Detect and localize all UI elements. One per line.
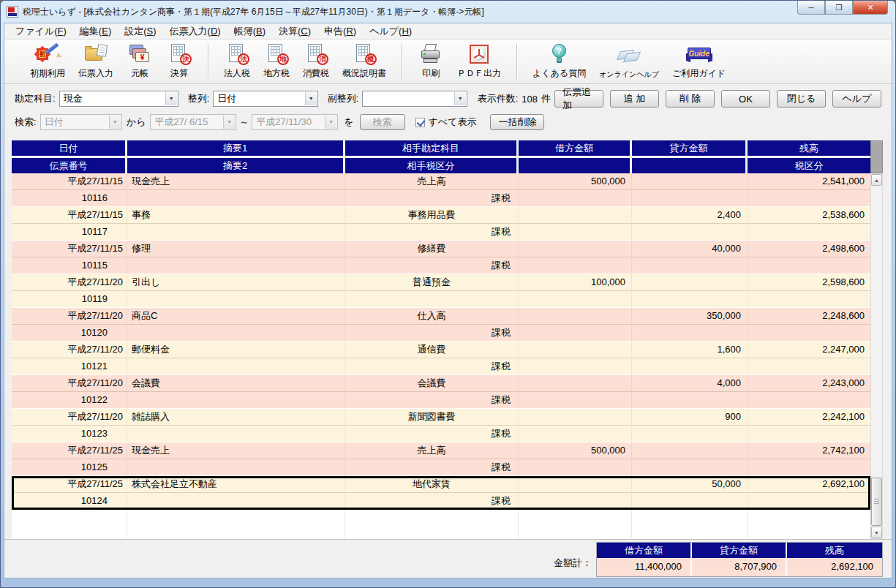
totals-label: 金額計： <box>554 557 596 578</box>
add-button[interactable]: 追 加 <box>610 90 659 108</box>
close-button[interactable]: 閉じる <box>777 90 826 108</box>
header-cell: 相手勘定科目 <box>345 140 516 156</box>
toolbar-local-tax-button[interactable]: 地地方税 <box>257 39 296 83</box>
menu-file[interactable]: ファイル(F) <box>9 23 73 39</box>
cell-credit <box>632 274 748 291</box>
toolbar-online-help-button[interactable]: オンラインヘルプ <box>592 39 666 83</box>
menu-help[interactable]: ヘルプ(H) <box>363 23 418 39</box>
ledger-icon: ¥ <box>127 42 153 65</box>
help-button[interactable]: ヘルプ <box>832 90 881 108</box>
cell-debit <box>519 241 632 257</box>
cell-slip-no: 10125 <box>12 459 127 476</box>
search-label: 検索: <box>15 116 37 129</box>
toolbar-slip-entry-button[interactable]: 伝票入力 <box>72 39 120 83</box>
chevron-down-icon[interactable]: ▼ <box>165 92 177 105</box>
ledger-row[interactable]: 平成27/11/20 商品C 仕入高 350,000 2,248,600 101… <box>12 308 870 342</box>
cell-summary1: 郵便料金 <box>127 342 345 358</box>
slip-add-button[interactable]: 伝票追加 <box>554 90 603 108</box>
search-field-select[interactable]: 日付▼ <box>40 114 122 130</box>
ledger-row[interactable]: 平成27/11/25 株式会社足立不動産 地代家賃 50,000 2,692,1… <box>12 476 870 510</box>
cell-summary2 <box>127 493 345 510</box>
doc-stamp-icon: 法 <box>224 42 250 65</box>
ledger-row[interactable]: 平成27/11/20 引出し 普通預金 100,000 2,598,600 10… <box>12 274 870 308</box>
ok-button[interactable]: OK <box>721 90 770 108</box>
menu-books[interactable]: 帳簿(B) <box>227 23 272 39</box>
ledger-header: 日付摘要1相手勘定科目借方金額貸方金額残高 伝票番号摘要2相手税区分税区分 <box>12 140 870 176</box>
cell-tax-class: 課税 <box>345 257 519 274</box>
close-button[interactable]: ✕ <box>853 1 888 15</box>
header-cell <box>632 158 745 173</box>
account-label: 勘定科目: <box>15 92 56 105</box>
scroll-up-icon[interactable]: ▲ <box>871 174 882 186</box>
menu-settings[interactable]: 設定(S) <box>118 23 162 39</box>
sort-select[interactable]: 日付▼ <box>213 91 317 107</box>
maximize-button[interactable]: ❐ <box>825 1 853 15</box>
toolbar-faq-button[interactable]: ?よくある質問 <box>526 39 592 83</box>
cell-debit <box>519 342 632 358</box>
header-cell: 日付 <box>12 140 125 156</box>
show-all-checkbox[interactable] <box>415 118 425 127</box>
scrollbar-thumb[interactable] <box>871 478 882 526</box>
toolbar-initial-use-button[interactable]: 初初期利用 <box>23 39 72 83</box>
toolbar-separator <box>516 44 517 79</box>
toolbar-user-guide-button[interactable]: Guideご利用ガイド <box>666 39 732 83</box>
scrollbar-corner <box>870 140 883 173</box>
chevron-down-icon[interactable]: ▼ <box>305 92 317 105</box>
toolbar-pdf-output-button[interactable]: ＰＤＦ出力 <box>451 39 508 83</box>
menu-edit[interactable]: 編集(E) <box>73 23 118 39</box>
subsort-select[interactable]: ▼ <box>362 91 467 107</box>
toolbar-settlement-button[interactable]: 決決算 <box>159 39 199 83</box>
cell-tax-class: 課税 <box>345 190 519 207</box>
delete-button[interactable]: 削 除 <box>666 90 715 108</box>
vertical-scrollbar[interactable]: ▲ ▼ <box>870 173 883 539</box>
app-window: 税理士いらず - [株式会社カンタン商事・第１期(平成27年 6月15日～平成2… <box>0 0 896 588</box>
cell-date: 平成27/11/25 <box>12 476 127 493</box>
bulk-delete-button[interactable]: 一括削除 <box>490 114 544 130</box>
search-button[interactable]: 検索 <box>360 114 405 130</box>
date-to-select[interactable]: 平成27/11/30▼ <box>252 114 338 130</box>
totals-header-cell: 残高 <box>787 543 882 558</box>
guide-icon: Guide <box>686 42 712 65</box>
header-cell: 貸方金額 <box>632 140 745 156</box>
cell-summary2 <box>127 459 345 476</box>
cell-summary1: 修理 <box>127 241 345 257</box>
ledger-row[interactable]: 平成27/11/15 修理 修繕費 40,000 2,498,600 10115… <box>12 241 870 274</box>
empty-cell <box>345 510 519 538</box>
cell-slip-no: 10117 <box>12 224 127 241</box>
minimize-button[interactable]: ─ <box>797 1 825 15</box>
client-area: ファイル(F)編集(E)設定(S)伝票入力(D)帳簿(B)決算(C)申告(R)ヘ… <box>4 23 892 578</box>
toolbar-corporate-tax-button[interactable]: 法法人税 <box>217 39 257 83</box>
ledger-row[interactable]: 平成27/11/15 現金売上 売上高 500,000 2,541,000 10… <box>12 173 870 207</box>
toolbar-consumption-tax-button[interactable]: 消消費税 <box>296 39 336 83</box>
toolbar-label: 印刷 <box>422 67 440 80</box>
totals-value-cell: 11,400,000 <box>597 558 692 576</box>
cell-account: 売上高 <box>345 173 519 190</box>
empty-cell <box>519 510 632 538</box>
scroll-down-icon[interactable]: ▼ <box>871 527 882 538</box>
menu-slip-entry[interactable]: 伝票入力(D) <box>163 23 227 39</box>
cell-summary1: 現金売上 <box>127 173 345 190</box>
cell-balance: 2,692,100 <box>748 476 870 493</box>
ledger-row[interactable]: 平成27/11/15 事務 事務用品費 2,400 2,538,600 1011… <box>12 207 870 241</box>
cell-credit: 40,000 <box>632 241 748 257</box>
cell-tax-class <box>345 291 519 308</box>
toolbar-ledger-button[interactable]: ¥元帳 <box>120 39 159 83</box>
ledger-row[interactable]: 平成27/11/20 郵便料金 通信費 1,600 2,247,000 1012… <box>12 342 870 375</box>
cell-date: 平成27/11/15 <box>12 241 127 257</box>
cell-tax-class: 課税 <box>345 426 519 442</box>
menu-filing[interactable]: 申告(R) <box>317 23 363 39</box>
cell-account: 普通預金 <box>345 274 519 291</box>
ledger-row[interactable]: 平成27/11/20 会議費 会議費 4,000 2,243,000 10122… <box>12 375 870 409</box>
chevron-down-icon[interactable]: ▼ <box>454 92 466 105</box>
cell-date: 平成27/11/25 <box>12 442 127 459</box>
account-select[interactable]: 現金▼ <box>59 91 178 107</box>
toolbar-overview-statement-button[interactable]: 概概況説明書 <box>336 39 393 83</box>
toolbar-print-button[interactable]: 印刷 <box>411 39 451 83</box>
printer-icon <box>418 42 444 65</box>
date-from-select[interactable]: 平成27/ 6/15▼ <box>150 114 236 130</box>
menu-settlement[interactable]: 決算(C) <box>272 23 317 39</box>
ledger-row[interactable]: 平成27/11/25 現金売上 売上高 500,000 2,742,100 10… <box>12 442 870 476</box>
ledger-row[interactable]: 平成27/11/20 雑誌購入 新聞図書費 900 2,242,100 1012… <box>12 409 870 442</box>
online-help-icon <box>616 44 642 67</box>
cell-summary1: 会議費 <box>127 375 345 392</box>
